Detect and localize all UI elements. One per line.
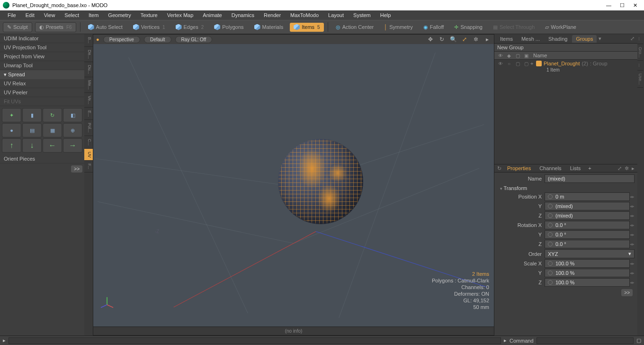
menu-item[interactable]: Item: [84, 11, 103, 19]
orbit-icon[interactable]: ↻: [438, 36, 446, 43]
expand-props-icon[interactable]: ⤢: [617, 165, 623, 172]
expand-group-icon[interactable]: +: [530, 61, 536, 66]
rstrip-1[interactable]: Gro...: [637, 44, 643, 61]
arrow-down[interactable]: ↓: [22, 138, 42, 153]
tab-shading[interactable]: Shading: [545, 35, 571, 43]
group-name[interactable]: Planet_Drought: [544, 61, 580, 66]
menu-edit[interactable]: Edit: [21, 11, 39, 19]
field-scaley[interactable]: 100.0 %: [545, 269, 630, 277]
menu-file[interactable]: File: [3, 11, 21, 19]
uvtool-7[interactable]: ▦: [43, 123, 62, 137]
items-mode[interactable]: Items5: [290, 23, 323, 32]
edges-mode[interactable]: Edges2: [172, 23, 208, 32]
rstrip-0[interactable]: ...: [637, 34, 643, 44]
lefttab-6[interactable]: Pol...: [84, 120, 93, 136]
gear-icon[interactable]: ✲: [472, 36, 480, 43]
field-name[interactable]: (mixed): [545, 174, 635, 183]
uvtool-5[interactable]: ●: [2, 123, 21, 137]
rstrip-3[interactable]: Use...: [637, 71, 643, 88]
arrow-up[interactable]: ↑: [2, 138, 21, 153]
lefttab-4[interactable]: Ve...: [84, 93, 93, 108]
group-row[interactable]: 👁 ○ ▢ ▢ + Planet_Drought (2) : Group: [494, 60, 637, 67]
tool-projectfromview[interactable]: Project from View: [0, 52, 84, 61]
tool-udim[interactable]: UDIM Indicator: [0, 34, 84, 43]
solo-col-icon[interactable]: ▢: [513, 53, 522, 58]
lefttab-1[interactable]: De...: [84, 47, 93, 62]
viewport-raygl[interactable]: Ray GL: Off: [175, 36, 213, 43]
viewport-dot-icon[interactable]: ●: [96, 36, 99, 42]
menu-animate[interactable]: Animate: [198, 11, 226, 19]
add-tab-button[interactable]: +: [585, 165, 594, 171]
menu-help[interactable]: Help: [376, 11, 396, 19]
expand-panel-icon[interactable]: ⤢: [629, 36, 635, 42]
field-posz[interactable]: (mixed): [545, 211, 630, 220]
uvtool-1[interactable]: ✦: [2, 108, 21, 122]
row-solo-icon[interactable]: ▢: [513, 61, 522, 66]
field-scalez[interactable]: 100.0 %: [545, 278, 630, 287]
tab-channels[interactable]: Channels: [536, 165, 565, 172]
row-lock-icon[interactable]: ○: [505, 61, 513, 66]
row-sel-icon[interactable]: ▢: [522, 61, 530, 66]
menu-layout[interactable]: Layout: [323, 11, 349, 19]
rstrip-2[interactable]: ...: [637, 61, 643, 71]
field-rotz[interactable]: 0.0 °: [545, 240, 630, 248]
maximize-button[interactable]: ☐: [620, 2, 625, 9]
zoom-icon[interactable]: 🔍: [449, 36, 457, 43]
autoselect-toggle[interactable]: Auto Select: [84, 23, 126, 32]
menu-view[interactable]: View: [39, 11, 60, 19]
field-posy[interactable]: (mixed): [545, 202, 630, 210]
axis-widget-icon[interactable]: [100, 295, 114, 309]
menu-system[interactable]: System: [349, 11, 376, 19]
cmd-chevron-icon[interactable]: ▸: [504, 337, 507, 344]
menu-vertexmap[interactable]: Vertex Map: [162, 11, 198, 19]
symmetry-button[interactable]: │Symmetry: [380, 23, 416, 31]
arrow-left[interactable]: ←: [43, 138, 62, 153]
field-order[interactable]: XYZ▾: [545, 249, 635, 258]
menu-maxtomodo[interactable]: MaxToModo: [286, 11, 323, 19]
lefttab-3[interactable]: Me...: [84, 77, 93, 93]
cmd-history-icon[interactable]: ▸: [3, 337, 6, 344]
presets-button[interactable]: ◐PresetsF6: [35, 22, 76, 32]
tab-properties[interactable]: Properties: [503, 165, 535, 172]
field-scalex[interactable]: 100.0 %: [545, 259, 630, 268]
tab-groups[interactable]: Groups: [572, 35, 597, 43]
menu-render[interactable]: Render: [259, 11, 286, 19]
polygons-mode[interactable]: Polygons: [210, 23, 247, 32]
more-props-icon[interactable]: ▸: [631, 165, 635, 172]
materials-mode[interactable]: Materials: [250, 23, 287, 32]
tool-unwrap[interactable]: Unwrap Tool: [0, 61, 84, 70]
cmd-exec-icon[interactable]: ▢: [636, 337, 641, 344]
selectthrough-button[interactable]: ▦Select Through: [489, 23, 538, 32]
lock-col-icon[interactable]: ◆: [505, 53, 513, 58]
more-tools-button[interactable]: >>: [71, 165, 82, 172]
lefttab-0[interactable]: B...: [84, 34, 93, 47]
menu-texture[interactable]: Texture: [136, 11, 162, 19]
menu-dynamics[interactable]: Dynamics: [227, 11, 259, 19]
refresh-icon[interactable]: ↻: [496, 165, 502, 172]
vertices-mode[interactable]: Vertices1: [129, 23, 169, 32]
gear-props-icon[interactable]: ✲: [624, 165, 630, 172]
command-input[interactable]: [537, 337, 634, 344]
uvtool-8[interactable]: ⊕: [63, 123, 82, 137]
lefttab-9[interactable]: F...: [84, 161, 93, 172]
uvtool-6[interactable]: ▤: [22, 123, 42, 137]
field-rotx[interactable]: 0.0 °: [545, 221, 630, 229]
more-props-button[interactable]: >>: [621, 289, 633, 296]
expand-icon[interactable]: ▸: [483, 36, 491, 43]
select-col-icon[interactable]: ▣: [522, 53, 530, 58]
actioncenter-button[interactable]: ◎Action Center: [332, 23, 378, 32]
workplane-button[interactable]: ▱WorkPlane: [541, 23, 580, 32]
viewport-shading[interactable]: Default: [144, 36, 171, 43]
uvtool-4[interactable]: ◧: [63, 108, 82, 122]
newgroup-button[interactable]: New Group: [494, 44, 637, 52]
minimize-button[interactable]: —: [606, 2, 611, 9]
section-transform[interactable]: Transform: [497, 184, 635, 192]
group-list[interactable]: 👁 ○ ▢ ▢ + Planet_Drought (2) : Group 1 I…: [494, 60, 637, 164]
tool-uvrelax[interactable]: UV Relax: [0, 79, 84, 88]
tab-items[interactable]: Items: [496, 35, 517, 43]
tool-uvprojection[interactable]: UV Projection Tool: [0, 43, 84, 52]
field-posx[interactable]: 0 m: [545, 192, 630, 201]
lefttab-uv[interactable]: UV: [84, 149, 93, 161]
menu-select[interactable]: Select: [60, 11, 84, 19]
lefttab-2[interactable]: Du...: [84, 62, 93, 77]
